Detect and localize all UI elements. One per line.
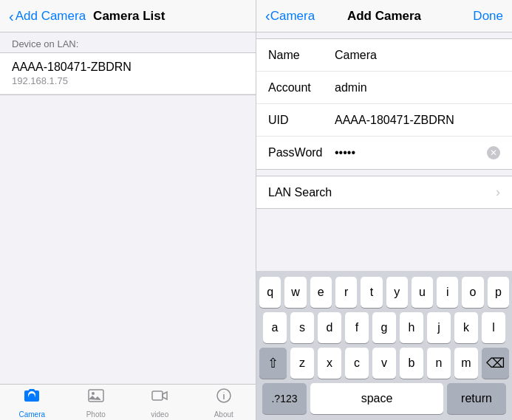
left-panel: ‹ Add Camera Camera List Device on LAN: … — [0, 0, 256, 420]
left-back-chevron-icon: ‹ — [9, 9, 14, 24]
numeric-toggle-key[interactable]: .?123 — [262, 383, 307, 414]
keyboard: q w e r t y u i o p a s d f g h j k l ⇧ … — [256, 271, 512, 420]
keyboard-row-3: ⇧ z x c v b n m ⌫ — [259, 348, 509, 379]
account-row: Account admin — [256, 72, 512, 104]
keyboard-bottom-row: .?123 space return — [259, 383, 509, 414]
clear-button[interactable]: ✕ — [487, 146, 500, 159]
key-y[interactable]: y — [386, 277, 408, 308]
right-back-chevron-icon: ‹ — [265, 7, 270, 24]
right-back-button[interactable]: ‹ Camera — [265, 7, 315, 24]
key-k[interactable]: k — [454, 312, 478, 343]
device-ip: 192.168.1.75 — [12, 75, 244, 86]
delete-key[interactable]: ⌫ — [482, 348, 509, 379]
done-button[interactable]: Done — [473, 9, 503, 24]
return-key[interactable]: return — [447, 383, 506, 414]
name-value: Camera — [335, 49, 500, 62]
key-i[interactable]: i — [437, 277, 458, 308]
key-u[interactable]: u — [412, 277, 433, 308]
name-row: Name Camera — [256, 39, 512, 72]
svg-point-6 — [223, 392, 224, 393]
svg-point-2 — [92, 392, 95, 395]
video-tab-icon — [151, 387, 168, 409]
key-p[interactable]: p — [488, 277, 509, 308]
name-label: Name — [268, 49, 335, 62]
svg-rect-1 — [89, 390, 103, 402]
lan-search-chevron-icon: › — [496, 185, 500, 200]
account-label: Account — [268, 81, 335, 94]
video-tab-label: video — [151, 410, 168, 419]
section-header: Device on LAN: — [0, 32, 256, 52]
key-j[interactable]: j — [427, 312, 451, 343]
tab-bar: Camera Photo video — [0, 384, 256, 420]
shift-key[interactable]: ⇧ — [259, 348, 287, 379]
about-tab-icon — [215, 387, 233, 409]
key-e[interactable]: e — [310, 277, 332, 308]
key-m[interactable]: m — [454, 348, 478, 379]
key-b[interactable]: b — [400, 348, 423, 379]
key-z[interactable]: z — [290, 348, 314, 379]
lan-search-label: LAN Search — [268, 186, 496, 199]
right-nav-title: Add Camera — [347, 9, 421, 24]
tab-camera[interactable]: Camera — [0, 387, 64, 419]
svg-rect-3 — [152, 391, 163, 400]
key-q[interactable]: q — [259, 277, 281, 308]
password-row[interactable]: PassWord ✕ — [256, 137, 512, 169]
key-n[interactable]: n — [427, 348, 451, 379]
left-back-button[interactable]: ‹ Add Camera — [9, 9, 86, 24]
key-h[interactable]: h — [400, 312, 423, 343]
key-f[interactable]: f — [345, 312, 369, 343]
key-d[interactable]: d — [318, 312, 341, 343]
password-input[interactable] — [335, 146, 487, 159]
key-o[interactable]: o — [462, 277, 483, 308]
tab-video[interactable]: video — [128, 387, 192, 419]
key-v[interactable]: v — [372, 348, 396, 379]
left-nav-bar: ‹ Add Camera Camera List — [0, 0, 256, 32]
tab-photo[interactable]: Photo — [64, 387, 129, 419]
key-a[interactable]: a — [263, 312, 287, 343]
key-c[interactable]: c — [345, 348, 369, 379]
list-item[interactable]: AAAA-180471-ZBDRN 192.168.1.75 — [0, 53, 256, 94]
key-g[interactable]: g — [372, 312, 396, 343]
key-x[interactable]: x — [318, 348, 341, 379]
key-l[interactable]: l — [482, 312, 505, 343]
lan-search-row[interactable]: LAN Search › — [256, 176, 512, 209]
uid-row: UID AAAA-180471-ZBDRN — [256, 104, 512, 137]
camera-tab-icon — [23, 387, 41, 409]
right-back-label[interactable]: Camera — [270, 9, 315, 24]
left-back-label[interactable]: Add Camera — [16, 9, 86, 24]
key-r[interactable]: r — [335, 277, 357, 308]
keyboard-row-1: q w e r t y u i o p — [259, 277, 509, 308]
device-name: AAAA-180471-ZBDRN — [12, 61, 244, 74]
uid-value: AAAA-180471-ZBDRN — [335, 114, 500, 127]
key-s[interactable]: s — [290, 312, 314, 343]
space-key[interactable]: space — [310, 383, 443, 414]
about-tab-label: About — [214, 410, 233, 419]
key-w[interactable]: w — [284, 277, 306, 308]
key-t[interactable]: t — [361, 277, 382, 308]
uid-label: UID — [268, 114, 335, 127]
photo-tab-label: Photo — [86, 410, 106, 419]
device-list: AAAA-180471-ZBDRN 192.168.1.75 — [0, 52, 256, 95]
camera-form: Name Camera Account admin UID AAAA-18047… — [256, 38, 512, 170]
tab-about[interactable]: About — [192, 387, 256, 419]
keyboard-row-2: a s d f g h j k l — [259, 312, 509, 343]
camera-tab-label: Camera — [18, 410, 45, 419]
account-value: admin — [335, 81, 500, 94]
photo-tab-icon — [87, 387, 105, 409]
password-label: PassWord — [268, 146, 335, 159]
right-nav-bar: ‹ Camera Add Camera Done — [256, 0, 512, 32]
right-panel: ‹ Camera Add Camera Done Name Camera Acc… — [256, 0, 512, 420]
left-nav-title: Camera List — [93, 9, 165, 24]
